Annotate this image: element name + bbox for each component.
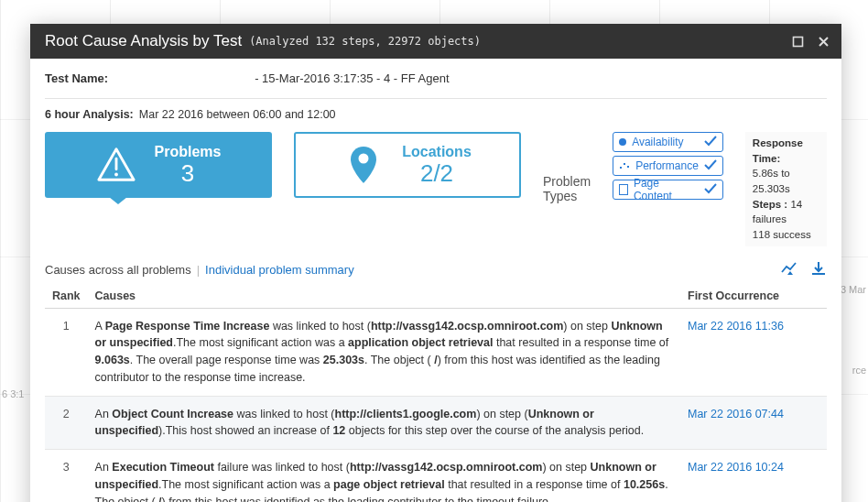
stats-box: Response Time: 5.86s to 25.303s Steps : … bbox=[745, 132, 827, 246]
close-button[interactable] bbox=[816, 34, 830, 49]
close-icon bbox=[818, 36, 830, 48]
test-name-label: Test Name: bbox=[45, 71, 108, 85]
analysis-range: Mar 22 2016 between 06:00 and 12:00 bbox=[139, 108, 336, 121]
divider bbox=[45, 98, 827, 99]
stats-steps-success: 118 success bbox=[753, 227, 819, 243]
problem-types-label: Problem Types bbox=[543, 174, 591, 203]
cell-cause: A Page Response Time Increase was linked… bbox=[88, 308, 680, 396]
location-pin-icon bbox=[343, 145, 384, 185]
maximize-icon bbox=[792, 36, 804, 48]
problems-label: Problems bbox=[155, 144, 222, 160]
check-icon bbox=[704, 136, 717, 149]
cell-cause: An Execution Timeout failure was linked … bbox=[88, 450, 680, 502]
bg-axis-left: 6 3:1 bbox=[2, 388, 24, 399]
first-occurrence-link[interactable]: Mar 22 2016 07:44 bbox=[688, 408, 784, 420]
table-row: 3 An Execution Timeout failure was linke… bbox=[45, 450, 827, 502]
locations-label: Locations bbox=[402, 144, 472, 160]
first-occurrence-link[interactable]: Mar 22 2016 10:24 bbox=[688, 461, 784, 474]
analysis-row: 6 hour Analysis: Mar 22 2016 between 06:… bbox=[45, 108, 827, 121]
chip-page-content-label: Page Content bbox=[634, 177, 699, 202]
test-name-row: Test Name: - 15-Mar-2016 3:17:35 - 4 - F… bbox=[45, 71, 827, 85]
svg-point-2 bbox=[114, 173, 118, 177]
test-name-suffix: - 15-Mar-2016 3:17:35 - 4 - FF Agent bbox=[255, 71, 449, 85]
titlebar: Root Cause Analysis by Test (Analyzed 13… bbox=[30, 24, 841, 59]
modal-title: Root Cause Analysis by Test bbox=[45, 32, 242, 50]
cell-cause: An Object Count Increase was linked to h… bbox=[88, 396, 680, 450]
download-icon[interactable] bbox=[810, 261, 827, 278]
performance-dots-icon bbox=[619, 162, 630, 169]
table-row: 2 An Object Count Increase was linked to… bbox=[45, 396, 827, 450]
problems-tile[interactable]: Problems 3 bbox=[45, 132, 272, 198]
problems-value: 3 bbox=[155, 160, 222, 187]
individual-summary-link[interactable]: Individual problem summary bbox=[205, 263, 354, 277]
causes-header: Causes across all problems | Individual … bbox=[45, 261, 827, 278]
analysis-label: 6 hour Analysis: bbox=[45, 108, 134, 121]
page-icon bbox=[619, 184, 628, 195]
cell-rank: 3 bbox=[45, 450, 88, 502]
stats-steps-label: Steps : bbox=[753, 199, 787, 210]
bg-axis-right-2: rce bbox=[852, 365, 866, 376]
availability-dot-icon bbox=[619, 138, 626, 146]
stats-rt-value: 5.86s to 25.303s bbox=[753, 166, 819, 196]
th-causes[interactable]: Causes bbox=[88, 284, 680, 309]
causes-all-label: Causes across all problems bbox=[45, 263, 191, 277]
warning-icon bbox=[96, 145, 136, 185]
table-row: 1 A Page Response Time Increase was link… bbox=[45, 308, 827, 396]
cell-rank: 1 bbox=[45, 308, 88, 396]
cell-rank: 2 bbox=[45, 396, 88, 450]
th-first[interactable]: First Occurrence bbox=[680, 284, 827, 309]
maximize-button[interactable] bbox=[790, 34, 805, 49]
bg-axis-right-1: 3 Mar bbox=[841, 284, 866, 295]
first-occurrence-link[interactable]: Mar 22 2016 11:36 bbox=[688, 320, 784, 333]
svg-point-3 bbox=[359, 154, 369, 164]
locations-tile[interactable]: Locations 2/2 bbox=[294, 132, 521, 198]
problem-types-chips: Availability Performance Page Content bbox=[613, 132, 723, 246]
chip-performance-label: Performance bbox=[635, 159, 699, 172]
modal-subtitle: (Analyzed 132 steps, 22972 objects) bbox=[249, 35, 481, 48]
locations-value: 2/2 bbox=[402, 160, 472, 187]
stats-rt-label: Response Time: bbox=[753, 137, 803, 164]
rca-modal: Root Cause Analysis by Test (Analyzed 13… bbox=[30, 24, 841, 502]
svg-rect-0 bbox=[793, 37, 802, 46]
chart-toggle-icon[interactable] bbox=[781, 261, 799, 278]
chip-availability[interactable]: Availability bbox=[613, 132, 723, 152]
chip-performance[interactable]: Performance bbox=[613, 156, 723, 176]
chip-availability-label: Availability bbox=[632, 136, 683, 148]
check-icon bbox=[704, 183, 717, 197]
chip-page-content[interactable]: Page Content bbox=[613, 180, 723, 200]
th-rank[interactable]: Rank bbox=[45, 284, 88, 309]
causes-table: Rank Causes First Occurrence 1 A Page Re… bbox=[45, 284, 827, 502]
check-icon bbox=[704, 159, 717, 173]
